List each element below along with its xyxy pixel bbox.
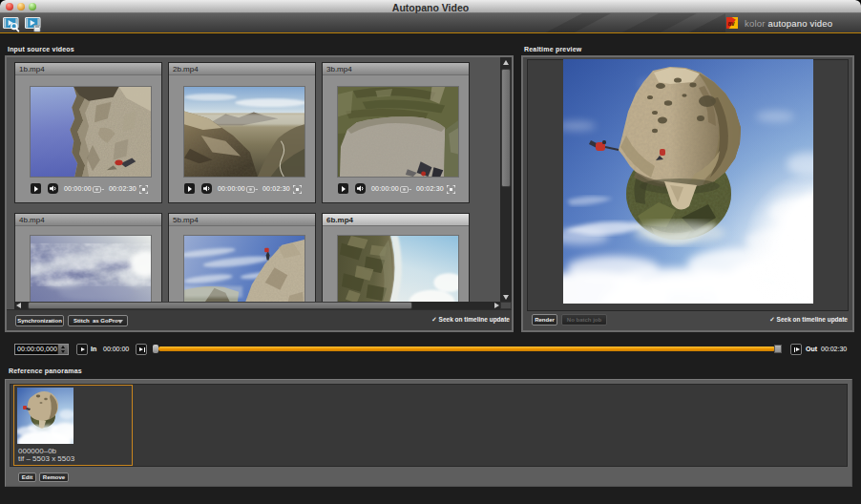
svg-text:av: av	[728, 20, 736, 27]
